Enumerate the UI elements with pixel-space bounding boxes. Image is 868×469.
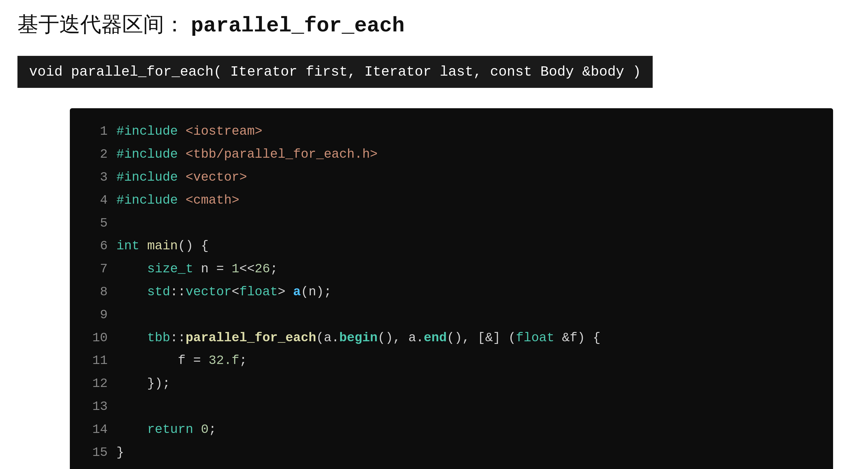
code-line-14: 14 return 0;: [70, 418, 833, 441]
code-line-13: 13: [70, 395, 833, 418]
code-line-12: 12 });: [70, 372, 833, 395]
code-line-2: 2 #include <tbb/parallel_for_each.h>: [70, 143, 833, 166]
code-line-7: 7 size_t n = 1<<26;: [70, 257, 833, 280]
code-line-9: 9: [70, 304, 833, 326]
code-block: 1 #include <iostream> 2 #include <tbb/pa…: [70, 108, 833, 469]
code-line-6: 6 int main() {: [70, 234, 833, 257]
code-line-11: 11 f = 32.f;: [70, 349, 833, 372]
code-line-15: 15 }: [70, 441, 833, 464]
function-signature: void parallel_for_each( Iterator first, …: [18, 56, 653, 88]
code-line-5: 5: [70, 212, 833, 235]
code-line-4: 4 #include <cmath>: [70, 189, 833, 212]
page-title: 基于迭代器区间： parallel_for_each: [18, 12, 850, 38]
code-line-1: 1 #include <iostream>: [70, 120, 833, 143]
code-line-10: 10 tbb::parallel_for_each(a.begin(), a.e…: [70, 326, 833, 349]
code-line-8: 8 std::vector<float> a(n);: [70, 280, 833, 304]
code-line-3: 3 #include <vector>: [70, 166, 833, 189]
